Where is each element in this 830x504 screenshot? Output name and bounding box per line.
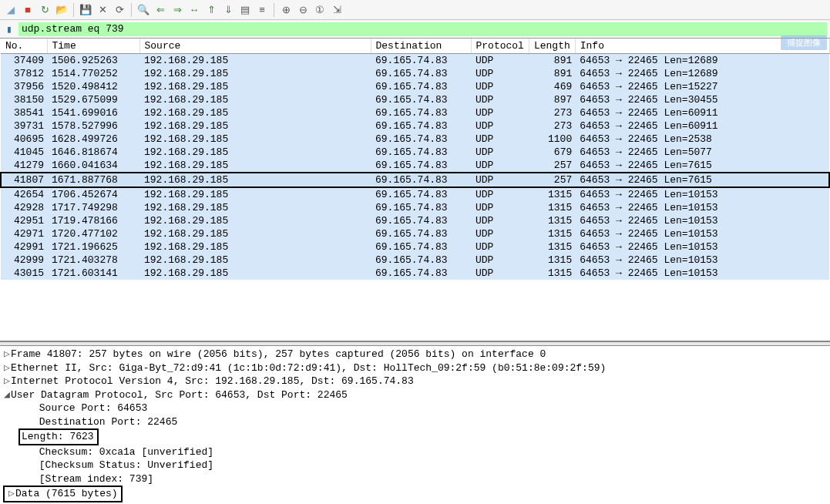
table-row[interactable]: 430151721.603141192.168.29.18569.165.74.…	[1, 267, 829, 280]
cell: 257	[529, 159, 575, 173]
cell: 1529.675099	[47, 93, 139, 106]
cell: 40695	[1, 133, 47, 146]
coloring-icon[interactable]: ≡	[254, 2, 270, 18]
cell: 1541.699016	[47, 106, 139, 119]
cell: UDP	[471, 201, 529, 214]
packet-list-pane[interactable]: No. Time Source Destination Protocol Len…	[0, 39, 830, 341]
shark-icon[interactable]: ◢	[3, 2, 18, 18]
filter-bar: ▮	[0, 20, 830, 39]
cell: 1100	[529, 133, 575, 146]
cell: 37409	[1, 54, 47, 68]
cell: 64653 → 22465 Len=10153	[575, 240, 829, 254]
cell: 1315	[529, 187, 575, 201]
table-row[interactable]: 379561520.498412192.168.29.18569.165.74.…	[1, 80, 829, 93]
down-icon[interactable]: ⇓	[220, 2, 236, 18]
find-icon[interactable]: 🔍	[136, 2, 151, 18]
zoomreset-icon[interactable]: ①	[312, 2, 328, 18]
cell: 38541	[1, 106, 47, 119]
table-row[interactable]: 429911721.196625192.168.29.18569.165.74.…	[1, 240, 829, 254]
table-row[interactable]: 429991721.403278192.168.29.18569.165.74.…	[1, 254, 829, 267]
col-no[interactable]: No.	[1, 39, 47, 54]
bookmark-icon[interactable]: ▮	[3, 23, 15, 35]
cell: 69.165.74.83	[371, 173, 471, 187]
cell: 69.165.74.83	[371, 159, 471, 173]
main-toolbar: ◢ ■ ↻ 📂 💾 ✕ ⟳ 🔍 ⇐ ⇒ ↔ ⇑ ⇓ ▤ ≡ ⊕ ⊖ ① ⇲	[0, 0, 830, 20]
cell: 64653 → 22465 Len=30455	[575, 93, 829, 106]
cell: UDP	[471, 67, 529, 80]
table-row[interactable]: 418071671.887768192.168.29.18569.165.74.…	[1, 173, 829, 187]
cell: UDP	[471, 187, 529, 201]
cell: 891	[529, 54, 575, 68]
stop-icon[interactable]: ■	[20, 2, 35, 18]
separator	[274, 3, 274, 17]
autoscroll-icon[interactable]: ▤	[237, 2, 253, 18]
col-length[interactable]: Length	[529, 39, 575, 54]
cell: 64653 → 22465 Len=12689	[575, 67, 829, 80]
cell: 69.165.74.83	[371, 240, 471, 254]
cell: 69.165.74.83	[371, 187, 471, 201]
cell: 273	[529, 119, 575, 133]
table-row[interactable]: 410451646.818674192.168.29.18569.165.74.…	[1, 146, 829, 159]
cell: 679	[529, 146, 575, 159]
table-row[interactable]: 429281717.749298192.168.29.18569.165.74.…	[1, 201, 829, 214]
tree-length[interactable]: Length: 7623	[3, 428, 827, 445]
cell: 192.168.29.185	[139, 119, 371, 133]
table-row[interactable]: 429711720.477102192.168.29.18569.165.74.…	[1, 227, 829, 240]
table-row[interactable]: 381501529.675099192.168.29.18569.165.74.…	[1, 93, 829, 106]
table-row[interactable]: 429511719.478166192.168.29.18569.165.74.…	[1, 214, 829, 227]
table-header-row: No. Time Source Destination Protocol Len…	[1, 39, 829, 54]
tree-checksum-status[interactable]: [Checksum Status: Unverified]	[3, 459, 827, 472]
table-row[interactable]: 397311578.527996192.168.29.18569.165.74.…	[1, 119, 829, 133]
cell: UDP	[471, 133, 529, 146]
tree-ip[interactable]: ▷Internet Protocol Version 4, Src: 192.1…	[3, 375, 827, 388]
col-destination[interactable]: Destination	[371, 39, 471, 54]
tree-checksum[interactable]: Checksum: 0xca1a [unverified]	[3, 445, 827, 459]
tree-src-port[interactable]: Source Port: 64653	[3, 402, 827, 415]
cell: 192.168.29.185	[139, 227, 371, 240]
packet-details-pane[interactable]: ▷Frame 41807: 257 bytes on wire (2056 bi…	[0, 346, 830, 504]
tree-frame[interactable]: ▷Frame 41807: 257 bytes on wire (2056 bi…	[3, 348, 827, 361]
reload-icon[interactable]: ⟳	[112, 2, 127, 18]
tree-udp[interactable]: ◢User Datagram Protocol, Src Port: 64653…	[3, 388, 827, 402]
cell: 37956	[1, 80, 47, 93]
cell: 37812	[1, 67, 47, 80]
tree-data[interactable]: ▷Data (7615 bytes)	[3, 486, 827, 502]
cell: 39731	[1, 119, 47, 133]
cell: UDP	[471, 214, 529, 227]
open-icon[interactable]: 📂	[54, 2, 69, 18]
close-icon[interactable]: ✕	[95, 2, 110, 18]
tree-ethernet[interactable]: ▷Ethernet II, Src: Giga-Byt_72:d9:41 (1c…	[3, 361, 827, 375]
capture-overlay-button[interactable]: 捕捉图像	[781, 35, 827, 50]
next-icon[interactable]: ⇒	[170, 2, 185, 18]
cell: UDP	[471, 54, 529, 68]
table-row[interactable]: 378121514.770252192.168.29.18569.165.74.…	[1, 67, 829, 80]
cell: 1660.041634	[47, 159, 139, 173]
cell: 192.168.29.185	[139, 146, 371, 159]
tree-stream-index[interactable]: [Stream index: 739]	[3, 472, 827, 486]
cell: 257	[529, 173, 575, 187]
zoomin-icon[interactable]: ⊕	[278, 2, 294, 18]
resize-icon[interactable]: ⇲	[329, 2, 344, 18]
cell: 69.165.74.83	[371, 254, 471, 267]
save-icon[interactable]: 💾	[78, 2, 93, 18]
cell: UDP	[471, 119, 529, 133]
col-source[interactable]: Source	[139, 39, 371, 54]
separator	[73, 3, 74, 17]
cell: 192.168.29.185	[139, 80, 371, 93]
tree-dst-port[interactable]: Destination Port: 22465	[3, 415, 827, 429]
zoomout-icon[interactable]: ⊖	[295, 2, 311, 18]
display-filter-input[interactable]	[18, 22, 827, 36]
col-time[interactable]: Time	[47, 39, 139, 54]
prev-icon[interactable]: ⇐	[153, 2, 168, 18]
up-icon[interactable]: ⇑	[203, 2, 219, 18]
cell: 1315	[529, 240, 575, 254]
table-row[interactable]: 374091506.925263192.168.29.18569.165.74.…	[1, 54, 829, 68]
goto-icon[interactable]: ↔	[186, 2, 202, 18]
table-row[interactable]: 412791660.041634192.168.29.18569.165.74.…	[1, 159, 829, 173]
table-row[interactable]: 385411541.699016192.168.29.18569.165.74.…	[1, 106, 829, 119]
restart-icon[interactable]: ↻	[37, 2, 52, 18]
table-row[interactable]: 426541706.452674192.168.29.18569.165.74.…	[1, 187, 829, 201]
cell: UDP	[471, 106, 529, 119]
table-row[interactable]: 406951628.499726192.168.29.18569.165.74.…	[1, 133, 829, 146]
col-protocol[interactable]: Protocol	[471, 39, 529, 54]
